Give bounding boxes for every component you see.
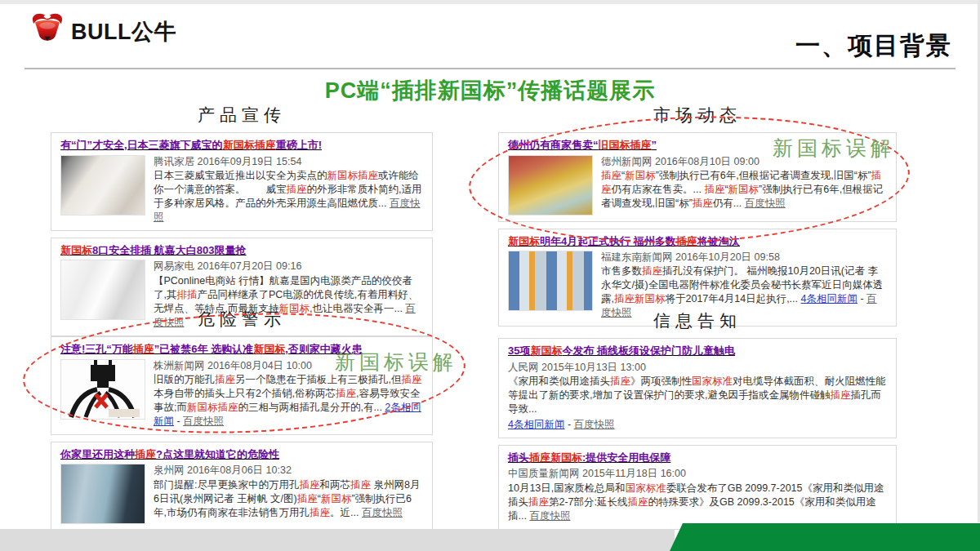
text-segment: - xyxy=(858,293,866,304)
text-segment: 旧国标插座 xyxy=(599,139,652,151)
news-source-date: 福建东南新闻网 2016年10月20日 09:58 xyxy=(601,251,887,264)
news-title-link[interactable]: 35项新国标今发布 插线板须设保护门防儿童触电 xyxy=(508,343,887,359)
news-links: 4条相同新闻 - 百度快照 xyxy=(508,417,887,432)
text-segment: ”强制执行已有6年,但根据记者调查发现,旧国“标” xyxy=(656,170,871,181)
text-segment: 新国标插座 xyxy=(327,170,379,181)
text-segment: 国家标准 xyxy=(626,482,666,494)
text-segment: 日本三菱威宝最近推出以安全为卖点的 xyxy=(154,170,327,181)
text-segment: 你家里还用这种 xyxy=(60,448,135,460)
text-segment: 德州仍有商家售卖“ xyxy=(508,139,599,151)
text-segment: 新国标 xyxy=(321,493,352,504)
text-segment: 旧版的万能孔 xyxy=(154,374,215,385)
text-segment: 新国标 xyxy=(728,184,760,195)
text-segment: 新国标 xyxy=(253,343,285,355)
text-segment: 将被淘汰 xyxy=(697,235,740,247)
bull-logo: BULL公牛 xyxy=(28,11,176,51)
text-segment: 10月13日,国家质检总局和 xyxy=(508,482,626,494)
text-segment: 新国标 xyxy=(625,170,656,181)
text-segment: 新国标 xyxy=(508,235,540,247)
text-segment: 插座 xyxy=(299,479,319,491)
news-snippet: 插座“新国标”强制执行已有6年,但根据记者调查发现,旧国“标”插座仍有店家在售卖… xyxy=(601,169,887,211)
text-segment: - xyxy=(174,415,183,427)
text-segment: 插座 xyxy=(528,496,549,508)
text-segment: 插座 xyxy=(215,374,235,385)
text-segment: 插座 xyxy=(336,388,356,399)
inline-link[interactable]: 百度快照 xyxy=(529,510,570,522)
news-title-link[interactable]: 有“门”才安全,日本三菱旗下威宝的新国标插座重磅上市! xyxy=(60,137,423,153)
section-heading: 产品宣传 xyxy=(51,104,433,127)
text-segment: 插座 xyxy=(610,375,630,387)
section-heading: 危险警示 xyxy=(51,308,433,331)
text-segment: 新国标 xyxy=(530,344,562,357)
text-segment: - xyxy=(564,419,573,430)
inline-link[interactable]: 4条相同新闻 xyxy=(801,293,858,304)
text-segment: 插座 xyxy=(693,198,713,209)
annotation-label: 新国标误解 xyxy=(773,135,895,162)
text-segment: 插座 xyxy=(830,389,850,401)
text-segment: 插座 xyxy=(676,235,697,247)
text-segment: 重磅上市! xyxy=(276,139,322,151)
bull-head-icon xyxy=(28,11,67,51)
text-segment: 新国标插座 xyxy=(223,139,276,151)
page-title: PC端“插排新国标”传播话题展示 xyxy=(0,76,980,105)
news-card: 你家里还用这种插座?点这里就知道它的危险性 泉州网 2016年08月06日 10… xyxy=(51,442,433,531)
text-segment: 和两芯 xyxy=(319,479,350,491)
news-card: 插头插座新国标:提供安全用电保障 中国质量新闻网 2015年11月18日 16:… xyxy=(498,445,897,530)
text-segment: 插座 xyxy=(310,507,330,518)
text-segment: 第2-7部分:延长线 xyxy=(549,496,628,508)
text-segment: 插座 xyxy=(133,343,154,355)
slide: BULL公牛 一、项目背景 PC端“插排新国标”传播话题展示 产品宣传 有“门”… xyxy=(0,0,980,551)
text-segment: 插座 xyxy=(297,493,318,504)
text-segment: 插座 xyxy=(642,265,662,277)
section-product-promo: 产品宣传 有“门”才安全,日本三菱旗下威宝的新国标插座重磅上市! 腾讯家居 20… xyxy=(51,104,433,343)
text-segment: 有“门”才安全,日本三菱旗下威宝的 xyxy=(60,139,223,151)
inline-link[interactable]: 百度快照 xyxy=(745,198,786,209)
annotation-label: 新国标误解 xyxy=(335,349,457,375)
news-thumbnail[interactable] xyxy=(508,155,593,216)
section-danger-warning: 危险警示 注意!三孔“万能插座”已被禁6年 选购认准新国标,否则家中藏火患 xyxy=(51,308,433,537)
news-snippet: 旧版的万能孔插座另一个隐患在于插板上有三极插孔,但插座本身自带的插头上只有2个插… xyxy=(154,373,423,429)
news-title-link[interactable]: 新国标明年4月起正式执行 福州多数插座将被淘汰 xyxy=(508,233,887,250)
header-divider xyxy=(24,68,956,69)
news-thumbnail[interactable] xyxy=(508,251,593,311)
text-segment: ?点这里就知道它的危险性 xyxy=(156,448,279,460)
text-segment: 8口安全排插 航嘉大白803限量抢 xyxy=(92,244,247,256)
inline-link[interactable]: 百度快照 xyxy=(574,419,615,430)
text-segment: 新国标插座 xyxy=(187,402,238,413)
news-source-date: 中国质量新闻网 2015年11月18日 16:00 xyxy=(508,467,887,481)
inline-link[interactable]: 4条相同新闻 xyxy=(508,419,564,430)
inline-link[interactable]: 百度快照 xyxy=(362,507,403,518)
news-title-link[interactable]: 你家里还用这种插座?点这里就知道它的危险性 xyxy=(60,447,423,463)
text-segment: 。近... xyxy=(330,507,362,518)
text-segment: ” xyxy=(652,139,657,151)
text-segment: 明年4月起正式执行 福州多数 xyxy=(540,235,676,247)
text-segment: 部门提醒:尽早更换家中的万用孔 xyxy=(154,479,299,491)
text-segment: 插座 xyxy=(704,184,724,195)
news-title-link[interactable]: 插头插座新国标:提供安全用电保障 xyxy=(508,450,887,466)
text-segment: 仍有店家在售卖。... xyxy=(612,184,705,195)
news-thumbnail[interactable] xyxy=(60,464,145,524)
news-thumbnail[interactable] xyxy=(60,155,145,216)
text-segment: 市售多数 xyxy=(601,265,642,277)
news-card: 35项新国标今发布 插线板须设保护门防儿童触电 人民网 2015年10月13日 … xyxy=(498,338,897,438)
bottom-gray-bar xyxy=(0,529,675,551)
text-segment: 今发布 插线板须设保护门防儿童触电 xyxy=(562,344,735,357)
news-snippet: 10月13日,国家质检总局和国家标准委联合发布了GB 2099.7-2015《家… xyxy=(508,482,887,523)
news-title-link[interactable]: 新国标8口安全排插 航嘉大白803限量抢 xyxy=(60,242,423,259)
text-segment: 本身自带的插头上只有2个插销,俗称两芯 xyxy=(154,388,336,399)
news-thumbnail[interactable] xyxy=(60,359,145,420)
news-source-date: 腾讯家居 2016年09月19日 15:54 xyxy=(154,155,423,169)
news-source-date: 泉州网 2016年08月06日 10:32 xyxy=(154,464,423,478)
text-segment: 插座 xyxy=(287,184,307,195)
text-segment: 新国标 xyxy=(60,244,92,256)
news-snippet: 部门提醒:尽早更换家中的万用孔插座和两芯插座 泉州网8月6日讯(泉州网记者 王树… xyxy=(154,478,423,520)
section-info-notice: 信息告知 35项新国标今发布 插线板须设保护门防儿童触电 人民网 2015年10… xyxy=(498,309,897,536)
text-segment: 插座 xyxy=(601,170,621,181)
text-segment: 插座 xyxy=(350,479,371,491)
text-segment: 插座 xyxy=(628,496,648,508)
text-segment: 插座 xyxy=(135,448,156,460)
text-segment: 的三相与两相插孔是分开的,有... xyxy=(238,402,385,413)
inline-link[interactable]: 百度快照 xyxy=(183,415,224,427)
text-segment: 35项 xyxy=(508,344,530,357)
bottom-green-bar xyxy=(670,523,980,551)
